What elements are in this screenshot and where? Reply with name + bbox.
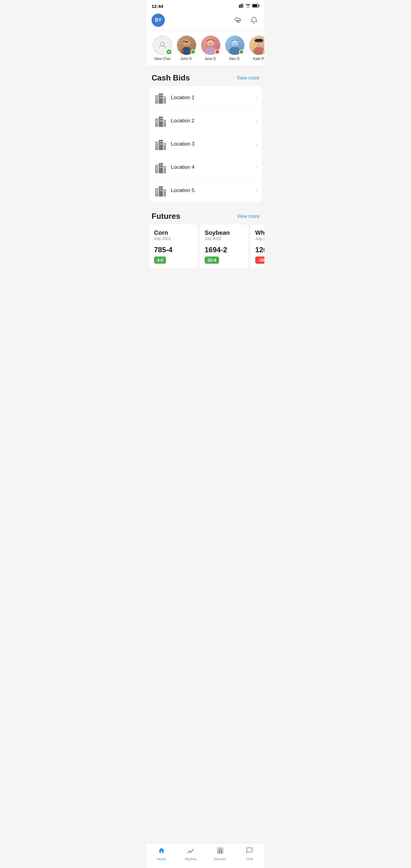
svg-rect-10	[185, 41, 188, 42]
svg-rect-67	[156, 168, 157, 169]
svg-rect-13	[184, 47, 190, 55]
nav-markets-label: Markets	[185, 857, 197, 861]
alex-avatar-wrap	[225, 36, 244, 55]
handshake-button[interactable]	[233, 15, 244, 26]
svg-rect-76	[156, 189, 157, 190]
contact-name-kate: Kate P.	[253, 57, 264, 61]
contact-new-chat[interactable]: + New Chat	[152, 36, 173, 61]
contact-jane[interactable]: Jane D.	[200, 36, 221, 61]
futures-card-wheat[interactable]: Wheat July 2022 1200- -30-6	[250, 224, 264, 269]
contact-name-alex: Alex D.	[229, 57, 241, 61]
svg-rect-37	[156, 98, 157, 100]
john-status-dot	[191, 50, 195, 54]
svg-rect-36	[156, 96, 157, 98]
corn-change-badge: 4-0	[154, 256, 166, 264]
location-3-icon	[154, 137, 167, 151]
svg-rect-40	[160, 97, 161, 98]
location-2-icon	[154, 114, 167, 127]
location-2-name: Location 2	[171, 118, 255, 124]
svg-rect-51	[161, 120, 163, 121]
svg-rect-57	[156, 145, 157, 146]
futures-view-more[interactable]: View more	[237, 214, 259, 219]
location-1-icon	[154, 91, 167, 104]
notifications-button[interactable]	[249, 15, 259, 26]
futures-cards: Corn July 2022 785-4 4-0 Soybean July 20…	[147, 224, 264, 273]
wheat-crop-name: Wheat	[255, 229, 264, 236]
header: BY	[147, 11, 264, 31]
svg-rect-62	[164, 144, 165, 145]
nav-home[interactable]: Home	[150, 846, 173, 862]
contact-name-new-chat: New Chat	[155, 57, 170, 61]
svg-rect-61	[161, 144, 163, 145]
location-item-3[interactable]: Location 3 ›	[149, 133, 262, 156]
svg-point-83	[188, 852, 189, 853]
nav-chat-label: Chat	[246, 857, 253, 861]
new-chat-avatar-wrap: +	[153, 36, 172, 55]
status-time: 12:44	[152, 4, 163, 9]
svg-rect-81	[161, 190, 163, 191]
cash-bids-header: Cash Bids View more	[147, 66, 264, 86]
svg-rect-58	[160, 141, 161, 142]
nav-home-label: Home	[157, 857, 166, 861]
svg-point-85	[190, 852, 192, 853]
svg-rect-87	[218, 848, 223, 853]
nav-elevator[interactable]: Elevator	[208, 846, 232, 862]
location-item-4[interactable]: Location 4 ›	[149, 156, 262, 179]
svg-rect-38	[160, 95, 161, 96]
soybean-month: July 2022	[204, 236, 243, 241]
svg-point-25	[229, 47, 240, 55]
cash-bids-view-more[interactable]: View more	[237, 75, 259, 81]
contact-john[interactable]: John D.	[176, 36, 197, 61]
nav-chat[interactable]: Chat	[238, 846, 261, 862]
location-item-5[interactable]: Location 5 ›	[149, 179, 262, 202]
locations-list: Location 1 › Location 2	[149, 86, 262, 202]
wheat-change-badge: -30-6	[255, 256, 264, 264]
svg-rect-71	[161, 167, 163, 168]
svg-rect-2	[242, 4, 243, 8]
futures-title: Futures	[152, 212, 180, 221]
status-bar: 12:44	[147, 0, 264, 11]
location-item-2[interactable]: Location 2 ›	[149, 110, 262, 133]
svg-point-17	[212, 43, 213, 44]
svg-rect-39	[161, 95, 163, 96]
soybean-crop-name: Soybean	[204, 229, 243, 236]
nav-markets[interactable]: Markets	[179, 846, 203, 862]
location-4-icon	[154, 161, 167, 174]
svg-rect-47	[156, 122, 157, 123]
svg-rect-89	[221, 850, 222, 853]
svg-rect-56	[156, 143, 157, 144]
contact-kate[interactable]: Kate P.	[248, 36, 264, 61]
svg-rect-79	[161, 187, 163, 189]
svg-rect-50	[160, 120, 161, 121]
location-3-name: Location 3	[171, 141, 255, 147]
futures-card-corn[interactable]: Corn July 2022 785-4 4-0	[149, 224, 197, 269]
user-avatar[interactable]: BY	[152, 13, 165, 27]
svg-rect-48	[160, 118, 161, 119]
location-5-name: Location 5	[171, 187, 255, 193]
futures-card-soybean[interactable]: Soybean July 2022 1694-2 31-4	[200, 224, 248, 269]
svg-rect-75	[164, 189, 166, 196]
svg-point-23	[235, 43, 236, 44]
location-1-chevron: ›	[255, 95, 257, 101]
svg-rect-1	[241, 4, 241, 8]
svg-rect-82	[164, 190, 165, 192]
wifi-icon	[246, 4, 250, 9]
kate-avatar	[249, 36, 264, 55]
header-icons	[233, 15, 259, 26]
location-item-1[interactable]: Location 1 ›	[149, 86, 262, 110]
jane-status-dot	[215, 50, 220, 54]
svg-point-12	[187, 43, 188, 44]
futures-section: Futures View more Corn July 2022 785-4 4…	[147, 204, 264, 273]
location-4-chevron: ›	[255, 164, 257, 170]
svg-point-86	[193, 849, 194, 850]
svg-point-30	[260, 43, 261, 44]
svg-point-29	[257, 43, 258, 44]
svg-point-16	[209, 43, 210, 44]
svg-rect-46	[156, 120, 157, 121]
contact-alex[interactable]: Alex D.	[224, 36, 246, 61]
svg-rect-65	[164, 166, 166, 173]
svg-point-11	[185, 43, 186, 44]
kate-avatar-wrap	[249, 36, 264, 55]
jane-avatar-wrap	[201, 36, 220, 55]
wheat-price: 1200-	[255, 246, 264, 254]
